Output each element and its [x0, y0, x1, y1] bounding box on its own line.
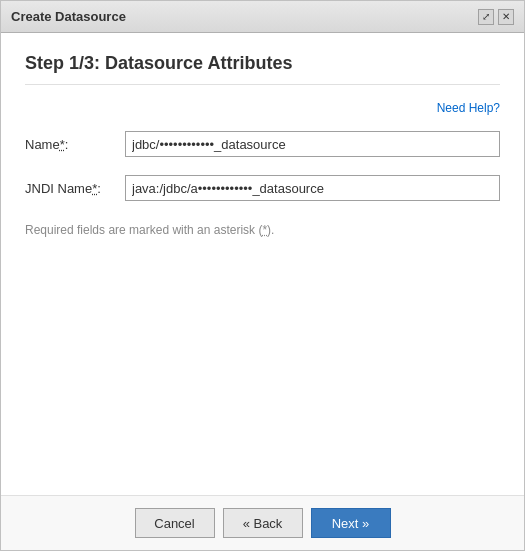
cancel-button[interactable]: Cancel — [135, 508, 215, 538]
required-note: Required fields are marked with an aster… — [25, 223, 500, 237]
create-datasource-dialog: Create Datasource ⤢ ✕ Step 1/3: Datasour… — [0, 0, 525, 551]
jndi-label: JNDI Name*: — [25, 181, 125, 196]
name-asterisk: * — [60, 137, 65, 152]
name-field-row: Name*: — [25, 131, 500, 157]
next-button[interactable]: Next » — [311, 508, 391, 538]
step-heading: Step 1/3: Datasource Attributes — [25, 53, 500, 85]
back-button[interactable]: « Back — [223, 508, 303, 538]
name-input[interactable] — [125, 131, 500, 157]
dialog-title: Create Datasource — [11, 9, 126, 24]
expand-icon: ⤢ — [482, 11, 490, 22]
name-label: Name*: — [25, 137, 125, 152]
help-link[interactable]: Need Help? — [25, 101, 500, 115]
dialog-body: Step 1/3: Datasource Attributes Need Hel… — [1, 33, 524, 495]
expand-button[interactable]: ⤢ — [478, 9, 494, 25]
titlebar-controls: ⤢ ✕ — [478, 9, 514, 25]
jndi-field-row: JNDI Name*: — [25, 175, 500, 201]
dialog-titlebar: Create Datasource ⤢ ✕ — [1, 1, 524, 33]
close-icon: ✕ — [502, 11, 510, 22]
dialog-footer: Cancel « Back Next » — [1, 495, 524, 550]
jndi-input[interactable] — [125, 175, 500, 201]
close-button[interactable]: ✕ — [498, 9, 514, 25]
jndi-asterisk: * — [92, 181, 97, 196]
